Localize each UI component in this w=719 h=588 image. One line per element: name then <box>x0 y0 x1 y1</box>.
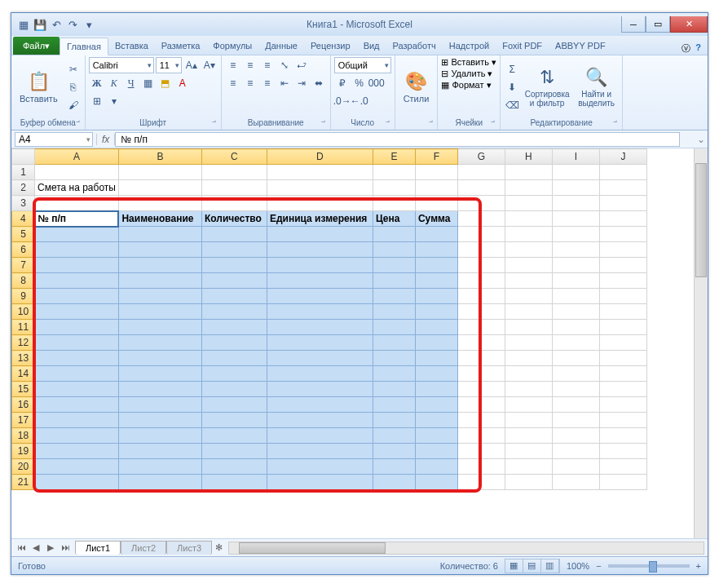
column-header[interactable]: H <box>505 149 552 165</box>
cell[interactable] <box>373 304 415 320</box>
cell[interactable] <box>35 304 119 320</box>
formula-input[interactable]: № п/п <box>115 132 680 147</box>
cell[interactable] <box>552 211 599 227</box>
cell[interactable] <box>35 351 119 366</box>
cell[interactable] <box>457 444 505 459</box>
cell[interactable] <box>35 382 119 397</box>
cell[interactable] <box>373 227 415 242</box>
cell[interactable] <box>35 289 119 304</box>
sheet-tab-active[interactable]: Лист1 <box>75 541 121 555</box>
fill-color-button[interactable]: ⬒ <box>157 75 174 91</box>
cell[interactable] <box>457 382 505 397</box>
cell[interactable] <box>415 165 457 180</box>
row-header[interactable]: 14 <box>12 366 35 382</box>
row-header[interactable]: 2 <box>12 180 35 196</box>
redo-icon[interactable]: ↷ <box>65 17 80 32</box>
cell[interactable] <box>373 320 415 335</box>
row-header[interactable]: 17 <box>12 413 35 428</box>
cell[interactable] <box>267 444 373 459</box>
cell[interactable] <box>267 366 373 382</box>
cell[interactable] <box>599 366 646 382</box>
row-header[interactable]: 1 <box>12 165 35 180</box>
cell[interactable] <box>415 289 457 304</box>
name-box[interactable]: A4 <box>15 132 93 147</box>
column-header[interactable]: J <box>599 149 646 165</box>
cell[interactable] <box>457 320 505 335</box>
cell[interactable] <box>267 165 373 180</box>
cell[interactable] <box>552 413 599 428</box>
cell[interactable] <box>415 397 457 413</box>
cell[interactable] <box>552 180 599 196</box>
cell[interactable] <box>599 180 646 196</box>
cell[interactable] <box>415 382 457 397</box>
copy-icon[interactable]: ⎘ <box>65 79 82 95</box>
ribbon-tab[interactable]: Вид <box>357 38 386 55</box>
cell[interactable] <box>457 242 505 258</box>
cell[interactable] <box>118 180 201 196</box>
align-top-icon[interactable]: ≡ <box>225 57 241 73</box>
increase-indent-icon[interactable]: ⇥ <box>293 75 310 91</box>
cell[interactable] <box>267 304 373 320</box>
cell[interactable] <box>599 196 646 211</box>
cell[interactable] <box>599 258 646 273</box>
cell[interactable] <box>267 351 373 366</box>
ribbon-tab[interactable]: Вставка <box>108 38 155 55</box>
help-icon[interactable]: ? <box>695 42 701 55</box>
cell[interactable] <box>373 180 415 196</box>
cell[interactable] <box>599 165 646 180</box>
cell[interactable] <box>457 273 505 289</box>
cell[interactable] <box>457 397 505 413</box>
cell[interactable] <box>552 320 599 335</box>
cell[interactable] <box>373 242 415 258</box>
save-icon[interactable]: 💾 <box>33 17 47 32</box>
sheet-nav-first-icon[interactable]: ⏮ <box>15 542 28 553</box>
cell[interactable] <box>552 242 599 258</box>
cell[interactable] <box>201 273 267 289</box>
cell[interactable] <box>599 304 646 320</box>
cell[interactable] <box>552 227 599 242</box>
row-header[interactable]: 19 <box>12 444 35 459</box>
align-left-icon[interactable]: ≡ <box>225 75 241 91</box>
row-header[interactable]: 8 <box>12 273 35 289</box>
cell[interactable] <box>599 444 646 459</box>
styles-button[interactable]: 🎨 Стили <box>399 57 434 117</box>
font-name-combo[interactable]: Calibri <box>89 57 154 73</box>
cell[interactable] <box>599 289 646 304</box>
select-all-corner[interactable] <box>12 149 35 165</box>
cell[interactable] <box>415 351 457 366</box>
cell[interactable] <box>35 428 119 444</box>
cell[interactable] <box>118 413 201 428</box>
cell[interactable]: Цена <box>373 211 415 227</box>
cell[interactable] <box>457 227 505 242</box>
orientation-icon[interactable]: ⤡ <box>276 57 293 73</box>
cell[interactable] <box>35 242 119 258</box>
cell[interactable] <box>201 475 267 490</box>
cell[interactable] <box>118 165 201 180</box>
column-header[interactable]: E <box>373 149 415 165</box>
ribbon-tab[interactable]: Разработч <box>386 38 443 55</box>
cell[interactable] <box>599 459 646 475</box>
cell[interactable]: № п/п <box>35 211 119 227</box>
autosum-icon[interactable]: Σ <box>504 61 520 77</box>
cell[interactable] <box>552 273 599 289</box>
cell[interactable] <box>118 320 201 335</box>
cell[interactable] <box>457 428 505 444</box>
cell[interactable] <box>552 196 599 211</box>
cell[interactable] <box>201 227 267 242</box>
cell[interactable] <box>457 335 505 351</box>
format-cells-button[interactable]: ▦ Формат ▾ <box>441 80 496 91</box>
cell[interactable] <box>373 335 415 351</box>
row-header[interactable]: 13 <box>12 351 35 366</box>
cell[interactable] <box>267 227 373 242</box>
cell[interactable] <box>457 165 505 180</box>
insert-cells-button[interactable]: ⊞ Вставить ▾ <box>441 57 496 68</box>
cell[interactable] <box>118 366 201 382</box>
cell[interactable] <box>201 335 267 351</box>
merge-icon[interactable]: ⬌ <box>311 75 327 91</box>
cell[interactable] <box>505 180 552 196</box>
cell[interactable] <box>505 382 552 397</box>
close-button[interactable]: ✕ <box>670 16 708 33</box>
row-header[interactable]: 7 <box>12 258 35 273</box>
cell[interactable] <box>415 227 457 242</box>
ribbon-tab[interactable]: Надстрой <box>443 38 496 55</box>
